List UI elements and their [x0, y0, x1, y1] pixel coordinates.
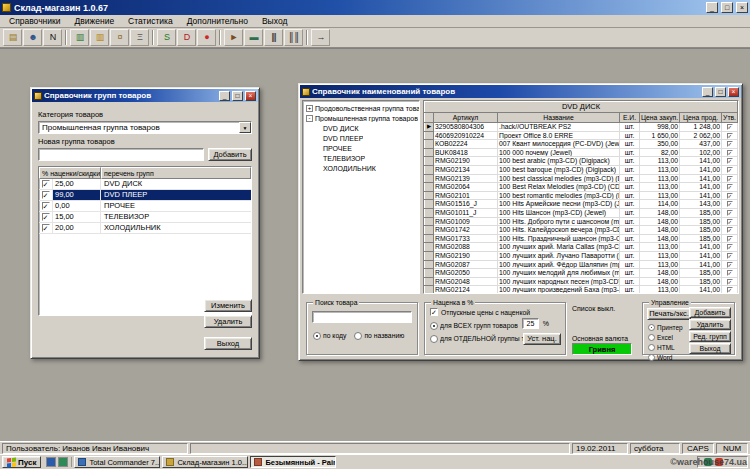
grid-cell[interactable]: 148,00: [640, 269, 680, 278]
grid-cell[interactable]: 141,00: [680, 174, 722, 183]
menu-item[interactable]: Выход: [255, 15, 294, 27]
quick-launch-icon-1[interactable]: [46, 457, 56, 467]
grid-cell[interactable]: 100 лучших мелодий для любимых (mp3-CD) …: [498, 269, 620, 278]
menu-item[interactable]: Справочники: [2, 15, 68, 27]
grid-cell[interactable]: RMG01009: [434, 217, 498, 226]
quick-launch-icon-2[interactable]: [58, 457, 68, 467]
new-group-input[interactable]: [38, 148, 204, 161]
grid-cell[interactable]: 102,00: [680, 148, 722, 157]
table-row[interactable]: RMG02050100 лучших мелодий для любимых (…: [425, 269, 738, 278]
toolbar-new-doc-button[interactable]: N: [43, 29, 62, 46]
category-combobox[interactable]: Промышленная группа товаров ▼: [38, 121, 252, 134]
markup-radio[interactable]: для ОТДЕЛЬНОЙ группы товаров: [430, 334, 532, 343]
start-button[interactable]: Пуск: [2, 456, 41, 468]
approve-checkbox[interactable]: ✓: [727, 141, 733, 147]
approve-checkbox[interactable]: ✓: [727, 219, 733, 225]
group-row[interactable]: ✓0,00ПРОЧЕЕ: [39, 201, 251, 212]
column-header[interactable]: Утв.: [722, 113, 738, 123]
grid-cell[interactable]: 100 лучших арий. Лучано Паваротти (mp3-C…: [498, 251, 620, 260]
table-row[interactable]: RMG02087100 лучших арий. Фёдор Шаляпин (…: [425, 260, 738, 269]
table-row[interactable]: RMG02064100 Best Relax Melodies (mp3-CD)…: [425, 183, 738, 192]
grid-cell[interactable]: RMG01733: [434, 234, 498, 243]
grid-cell[interactable]: 82,00: [640, 148, 680, 157]
toolbar-scales-button[interactable]: Ξ: [130, 29, 149, 46]
toolbar-transport-button[interactable]: ►: [224, 29, 243, 46]
approve-checkbox[interactable]: ✓: [727, 227, 733, 233]
approve-checkbox[interactable]: ✓: [727, 167, 733, 173]
table-row[interactable]: ▶3290580804306.hack//OUTBREAK PS2шт.998,…: [425, 123, 738, 132]
table-row[interactable]: RMG01009100 Hits. Доброго пути с шансоно…: [425, 217, 738, 226]
grid-cell[interactable]: BUK08418: [434, 148, 498, 157]
grid-cell[interactable]: 100 Best Relax Melodies (mp3-CD) (CD-Dig…: [498, 183, 620, 192]
markup-radio[interactable]: для ВСЕХ групп товаров: [430, 321, 532, 330]
grid-cell[interactable]: RMG02087: [434, 260, 498, 269]
grid-cell[interactable]: шт.: [620, 260, 640, 269]
items-window-titlebar[interactable]: Справочник наименований товаров _ □ ×: [300, 85, 741, 98]
edit-groups-button[interactable]: Ред. групп: [689, 331, 731, 342]
grid-cell[interactable]: RMG02139: [434, 174, 498, 183]
search-radio[interactable]: по коду: [313, 331, 346, 340]
grid-cell[interactable]: 143,00: [680, 200, 722, 209]
grid-cell[interactable]: RMG02124: [434, 286, 498, 294]
grid-cell[interactable]: 185,00: [680, 277, 722, 286]
grid-cell[interactable]: 141,00: [680, 243, 722, 252]
app-titlebar[interactable]: Склад-магазин 1.0.67 _ □ ×: [0, 0, 750, 15]
tree-item[interactable]: ПРОЧЕЕ: [303, 143, 419, 153]
print-export-button[interactable]: Печать/экс.: [647, 308, 691, 320]
table-row[interactable]: RMG02134100 best baroque (mp3-CD) (Digip…: [425, 165, 738, 174]
toolbar-documents-button[interactable]: D: [177, 29, 196, 46]
grid-cell[interactable]: 100 best classical melodies (mp3-CD) (Di…: [498, 174, 620, 183]
table-row[interactable]: КОВ02224007 Квант милосердия (PC-DVD) (J…: [425, 140, 738, 149]
column-header[interactable]: Цена прод.: [680, 113, 722, 123]
grid-cell[interactable]: 4606920910224: [434, 131, 498, 140]
grid-cell[interactable]: 437,00: [680, 140, 722, 149]
grid-cell[interactable]: 141,00: [680, 251, 722, 260]
approve-checkbox[interactable]: ✓: [727, 184, 733, 190]
add-group-button[interactable]: Добавить: [208, 148, 252, 161]
grid-cell[interactable]: RMG02048: [434, 277, 498, 286]
column-header[interactable]: Название: [498, 113, 620, 123]
grid-cell[interactable]: 185,00: [680, 226, 722, 235]
group-checkbox[interactable]: ✓: [42, 224, 50, 232]
grid-cell[interactable]: шт.: [620, 286, 640, 294]
grid-cell[interactable]: 148,00: [640, 208, 680, 217]
grid-cell[interactable]: 113,00: [640, 251, 680, 260]
approve-checkbox[interactable]: ✓: [727, 210, 733, 216]
grid-cell[interactable]: шт.: [620, 174, 640, 183]
tree-expander-icon[interactable]: +: [306, 105, 313, 112]
grid-cell[interactable]: 185,00: [680, 208, 722, 217]
approve-checkbox[interactable]: ✓: [727, 201, 733, 207]
table-row[interactable]: RMG02190100 best arabic (mp3-CD) (Digipa…: [425, 157, 738, 166]
grid-cell[interactable]: 148,00: [640, 277, 680, 286]
grid-cell[interactable]: 2 062,00: [680, 131, 722, 140]
grid-cell[interactable]: .hack//OUTBREAK PS2: [498, 123, 620, 132]
items-minimize-button[interactable]: _: [702, 87, 713, 97]
taskbar-task[interactable]: Склад-магазин 1.0...: [162, 456, 248, 468]
grid-cell[interactable]: 1 248,00: [680, 123, 722, 132]
grid-cell[interactable]: RMG01742: [434, 226, 498, 235]
groups-exit-button[interactable]: Выход: [204, 337, 252, 350]
grid-cell[interactable]: RMG01516_J: [434, 200, 498, 209]
grid-cell[interactable]: RMG02101: [434, 191, 498, 200]
table-row[interactable]: RMG02190100 лучших арий. Лучано Паваротт…: [425, 251, 738, 260]
table-row[interactable]: RMG01733100 Hits. Праздничный шансон (mp…: [425, 234, 738, 243]
groups-close-button[interactable]: ×: [245, 91, 256, 101]
grid-cell[interactable]: 185,00: [680, 234, 722, 243]
print-radio[interactable]: HTML: [648, 343, 683, 352]
grid-cell[interactable]: 113,00: [640, 157, 680, 166]
toolbar-record-button[interactable]: ●: [197, 29, 216, 46]
grid-cell[interactable]: 141,00: [680, 260, 722, 269]
grid-cell[interactable]: 1 650,00: [640, 131, 680, 140]
grid-cell[interactable]: RMG02190: [434, 251, 498, 260]
table-row[interactable]: BUK08418100 000 почему (Jewel)шт.82,0010…: [425, 148, 738, 157]
grid-cell[interactable]: шт.: [620, 157, 640, 166]
items-exit-button[interactable]: Выход: [689, 343, 731, 354]
menu-item[interactable]: Дополнительно: [180, 15, 255, 27]
table-row[interactable]: RMG01742100 Hits. Калейдоскоп вечера (mp…: [425, 226, 738, 235]
grid-cell[interactable]: шт.: [620, 269, 640, 278]
approve-checkbox[interactable]: ✓: [727, 287, 733, 293]
grid-cell[interactable]: шт.: [620, 217, 640, 226]
grid-cell[interactable]: 3290580804306: [434, 123, 498, 132]
print-radio[interactable]: Word: [648, 353, 683, 362]
table-row[interactable]: RMG02048100 лучших народных песен (mp3-C…: [425, 277, 738, 286]
